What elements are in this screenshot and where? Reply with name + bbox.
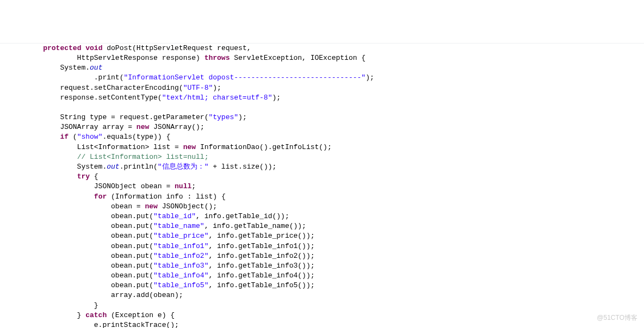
- code-line: obean.put("table_name", info.getTable_na…: [26, 221, 639, 231]
- code-line: response.setContentType("text/html; char…: [26, 93, 639, 103]
- code-line: array.add(obean);: [26, 290, 639, 300]
- code-line: obean.put("table_info5", info.getTable_i…: [26, 281, 639, 290]
- code-line: obean.put("table_info3", info.getTable_i…: [26, 261, 639, 271]
- code-line: obean = new JSONObject();: [26, 202, 639, 212]
- code-line: for (Information info : list) {: [26, 192, 639, 202]
- code-line: System.out.println("信息总数为：" + list.size(…: [26, 162, 639, 172]
- code-line: // List<Information> list=null;: [26, 152, 639, 162]
- code-line: obean.put("table_id", info.getTable_id()…: [26, 212, 639, 221]
- code-line: HttpServletResponse response) throws Ser…: [26, 53, 639, 63]
- code-line: try {: [26, 172, 639, 182]
- code-line: [26, 103, 639, 113]
- code-line: obean.put("table_info1", info.getTable_i…: [26, 242, 639, 251]
- code-line: request.setCharacterEncoding("UTF-8");: [26, 83, 639, 93]
- code-line: .print("InformationServlet dopost-------…: [26, 73, 639, 83]
- code-line: String type = request.getParameter("type…: [26, 113, 639, 122]
- code-line: obean.put("table_price", info.getTable_p…: [26, 231, 639, 241]
- code-line: } catch (Exception e) {: [26, 311, 639, 320]
- code-line: }: [26, 301, 639, 311]
- code-line: JSONObject obean = null;: [26, 182, 639, 191]
- code-line: e.printStackTrace();: [26, 320, 639, 328]
- code-line: protected void doPost(HttpServletRequest…: [26, 44, 639, 53]
- code-line: JSONArray array = new JSONArray();: [26, 122, 639, 132]
- code-line: if ("show".equals(type)) {: [26, 132, 639, 142]
- code-line: obean.put("table_info2", info.getTable_i…: [26, 251, 639, 261]
- code-line: System.out: [26, 63, 639, 73]
- code-line: List<Information> list = new Information…: [26, 143, 639, 152]
- code-block: protected void doPost(HttpServletRequest…: [0, 43, 644, 328]
- code-line: obean.put("table_info4", info.getTable_i…: [26, 271, 639, 281]
